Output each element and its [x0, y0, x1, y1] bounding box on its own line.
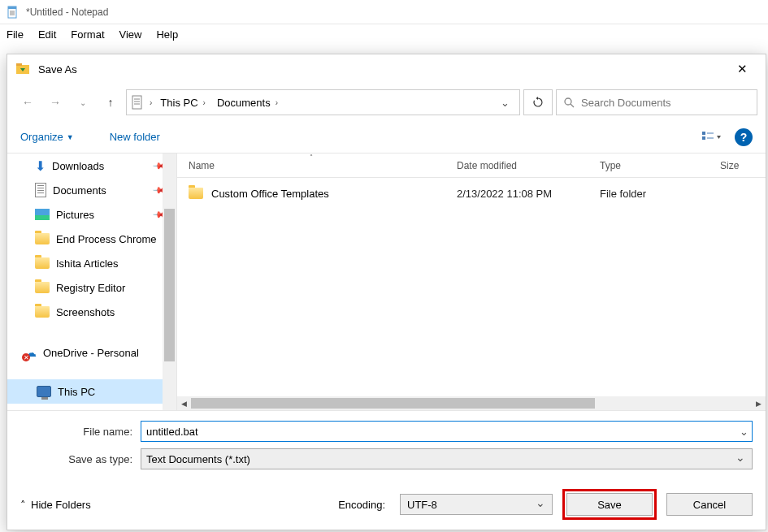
svg-marker-19 — [717, 136, 721, 139]
save-form: File name: ⌄ Save as type: Text Document… — [7, 410, 766, 478]
horizontal-scrollbar[interactable]: ◀ ▶ — [177, 396, 766, 410]
folder-icon — [35, 257, 50, 269]
cancel-button[interactable]: Cancel — [666, 493, 753, 516]
filename-dropdown[interactable]: ⌄ — [735, 421, 753, 442]
menu-edit[interactable]: Edit — [38, 28, 56, 41]
notepad-title-bar: *Untitled - Notepad — [0, 0, 768, 24]
folder-icon — [189, 188, 203, 199]
scroll-thumb[interactable] — [164, 209, 175, 361]
filetype-select[interactable]: Text Documents (*.txt) — [141, 448, 753, 469]
nav-label: OneDrive - Personal — [43, 347, 139, 359]
document-icon — [35, 183, 46, 197]
address-dropdown[interactable]: ⌄ — [494, 97, 516, 109]
column-headers: Name ˄ Date modified Type Size — [177, 154, 766, 178]
file-type: File folder — [588, 188, 709, 200]
recent-locations-button[interactable]: ⌄ — [71, 90, 95, 115]
filetype-value: Text Documents (*.txt) — [146, 453, 250, 465]
nav-label: Pictures — [56, 209, 94, 221]
folder-nav-icon — [15, 62, 30, 76]
help-button[interactable]: ? — [735, 128, 753, 146]
chevron-right-icon: › — [203, 98, 206, 107]
nav-item-this-pc[interactable]: This PC — [7, 379, 176, 404]
nav-scrollbar[interactable] — [163, 154, 176, 410]
refresh-button[interactable] — [523, 89, 553, 115]
column-date[interactable]: Date modified — [445, 154, 588, 177]
forward-button[interactable]: → — [43, 90, 67, 115]
scroll-thumb[interactable] — [191, 398, 595, 409]
file-name: Custom Office Templates — [211, 188, 329, 200]
breadcrumb-label: Documents — [217, 97, 271, 109]
column-type[interactable]: Type — [588, 154, 709, 177]
pictures-icon — [35, 209, 50, 220]
main-content: ⬇ Downloads 📌 Documents 📌 Pictures 📌 End — [7, 154, 766, 410]
document-location-icon — [130, 95, 145, 110]
chevron-right-icon: › — [276, 98, 278, 107]
encoding-value: UTF-8 — [407, 499, 437, 511]
actions-row: ˄ Hide Folders Encoding: UTF-8 Save Canc… — [7, 478, 766, 530]
scroll-track[interactable] — [191, 396, 752, 410]
nav-label: This PC — [58, 386, 95, 398]
scroll-right-icon[interactable]: ▶ — [752, 396, 766, 410]
save-button[interactable]: Save — [566, 493, 653, 516]
nav-label: End Process Chrome — [56, 233, 157, 245]
hide-folders-button[interactable]: ˄ Hide Folders — [20, 499, 91, 511]
svg-rect-1 — [8, 6, 16, 9]
view-options-button[interactable] — [697, 127, 725, 148]
filename-input[interactable] — [141, 421, 753, 442]
file-list-panel: Name ˄ Date modified Type Size Custom Of… — [176, 154, 766, 410]
view-icon — [701, 131, 721, 144]
encoding-label: Encoding: — [338, 499, 385, 511]
notepad-window-title: *Untitled - Notepad — [26, 6, 108, 18]
nav-item-end-process[interactable]: End Process Chrome — [7, 227, 176, 251]
svg-rect-16 — [702, 136, 705, 140]
svg-marker-12 — [536, 97, 539, 100]
nav-item-screenshots[interactable]: Screenshots — [7, 300, 176, 324]
save-as-dialog: Save As ✕ ← → ⌄ ↑ › This PC› Documents› … — [7, 54, 766, 530]
menu-view[interactable]: View — [119, 28, 142, 41]
column-name[interactable]: Name ˄ — [177, 154, 445, 177]
dialog-title: Save As — [38, 63, 723, 76]
menu-format[interactable]: Format — [71, 28, 104, 41]
nav-label: Screenshots — [56, 306, 115, 318]
nav-label: Ishita Articles — [56, 257, 119, 270]
back-button[interactable]: ← — [15, 90, 40, 115]
nav-item-onedrive[interactable]: ☁✕ OneDrive - Personal — [7, 340, 176, 365]
svg-rect-6 — [16, 63, 22, 66]
file-row[interactable]: Custom Office Templates 2/13/2022 11:08 … — [177, 178, 766, 202]
encoding-select[interactable]: UTF-8 — [400, 494, 553, 515]
filename-label: File name: — [20, 426, 141, 438]
organize-label: Organize — [20, 131, 63, 143]
search-icon — [563, 97, 575, 108]
column-label: Name — [189, 160, 215, 171]
nav-label: Registry Editor — [56, 282, 125, 294]
file-date: 2/13/2022 11:08 PM — [445, 188, 588, 200]
nav-item-registry[interactable]: Registry Editor — [7, 275, 176, 300]
folder-icon — [35, 233, 50, 244]
scroll-left-icon[interactable]: ◀ — [177, 396, 191, 410]
up-button[interactable]: ↑ — [98, 90, 123, 115]
nav-item-ishita[interactable]: Ishita Articles — [7, 251, 176, 275]
search-box[interactable] — [556, 89, 757, 115]
breadcrumb-documents[interactable]: Documents› — [214, 90, 281, 115]
svg-rect-8 — [132, 96, 141, 109]
address-bar[interactable]: › This PC› Documents› ⌄ — [126, 89, 520, 115]
notepad-app-icon — [7, 6, 20, 19]
save-highlight-box: Save — [562, 489, 657, 520]
download-icon: ⬇ — [35, 158, 46, 174]
this-pc-icon — [37, 386, 51, 397]
folder-icon — [35, 282, 50, 293]
address-row: ← → ⌄ ↑ › This PC› Documents› ⌄ — [7, 84, 766, 121]
column-size[interactable]: Size — [709, 154, 766, 177]
close-button[interactable]: ✕ — [723, 56, 761, 82]
nav-item-documents[interactable]: Documents 📌 — [7, 178, 176, 202]
nav-item-downloads[interactable]: ⬇ Downloads 📌 — [7, 154, 176, 178]
breadcrumb-this-pc[interactable]: This PC› — [157, 90, 209, 115]
new-folder-button[interactable]: New folder — [110, 131, 160, 143]
filetype-label: Save as type: — [20, 453, 141, 465]
search-input[interactable] — [581, 97, 750, 109]
nav-item-pictures[interactable]: Pictures 📌 — [7, 202, 176, 227]
menu-help[interactable]: Help — [156, 28, 178, 41]
menu-file[interactable]: File — [7, 28, 24, 41]
organize-menu[interactable]: Organize ▼ — [20, 131, 74, 143]
svg-line-14 — [571, 104, 574, 107]
